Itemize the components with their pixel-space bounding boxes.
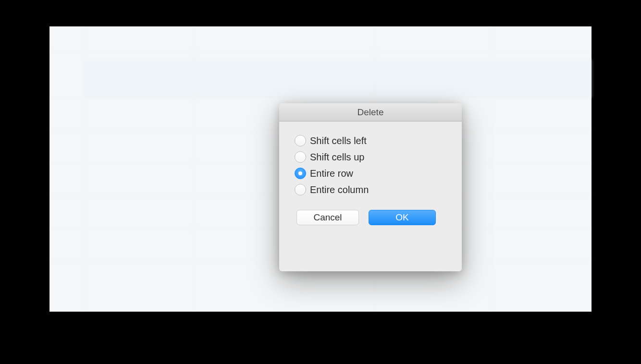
radio-group: Shift cells left Shift cells up Entire r…	[295, 135, 446, 195]
dialog-button-row: Cancel OK	[295, 210, 446, 225]
radio-label: Entire row	[310, 168, 353, 179]
ok-button-label: OK	[395, 212, 408, 223]
radio-label: Shift cells up	[310, 152, 364, 163]
app-background: Delete Shift cells left Shift cells up E…	[49, 26, 592, 312]
radio-button-icon	[295, 184, 306, 195]
radio-button-icon	[295, 135, 306, 146]
radio-option-entire-row[interactable]: Entire row	[295, 168, 446, 179]
ok-button[interactable]: OK	[369, 210, 436, 225]
radio-button-icon	[295, 151, 306, 163]
radio-option-shift-cells-up[interactable]: Shift cells up	[295, 151, 446, 163]
dialog-titlebar: Delete	[279, 103, 462, 121]
radio-option-entire-column[interactable]: Entire column	[295, 184, 446, 195]
bg-row-highlight	[84, 59, 592, 97]
delete-dialog: Delete Shift cells left Shift cells up E…	[279, 103, 462, 271]
radio-button-selected-icon	[295, 168, 306, 179]
radio-option-shift-cells-left[interactable]: Shift cells left	[295, 135, 446, 146]
dialog-title: Delete	[357, 107, 384, 118]
radio-dot-icon	[298, 171, 302, 175]
radio-label: Entire column	[310, 184, 369, 195]
cancel-button-label: Cancel	[313, 212, 342, 223]
cancel-button[interactable]: Cancel	[296, 210, 359, 225]
dialog-body: Shift cells left Shift cells up Entire r…	[279, 121, 462, 238]
radio-label: Shift cells left	[310, 135, 367, 146]
